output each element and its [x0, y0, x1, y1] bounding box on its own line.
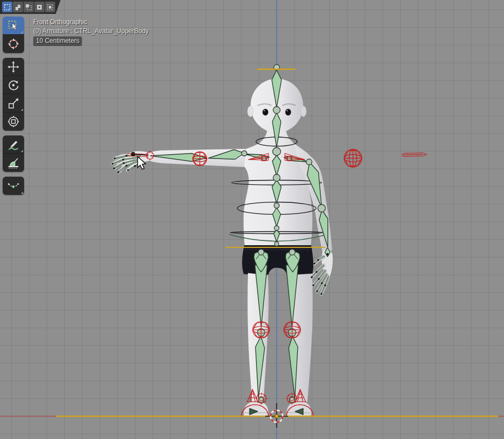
select-mode-extend-button[interactable] [13, 2, 23, 12]
ear-right [300, 106, 306, 117]
select-intersect-icon [47, 4, 54, 11]
select-mode-invert-button[interactable] [34, 2, 44, 12]
select-invert-icon [36, 4, 43, 11]
move-tool-button[interactable] [3, 58, 24, 76]
rotate-tool-button[interactable] [3, 76, 24, 94]
hand-joint-right[interactable] [326, 253, 328, 255]
blender-3d-viewport[interactable]: { "viewport": { "view_name": "Front Orth… [0, 0, 504, 439]
select-mode-subtract-button[interactable] [24, 2, 34, 12]
select-mode-intersect-button[interactable] [45, 2, 55, 12]
select-set-icon [4, 4, 11, 11]
knee-sphere-right [284, 322, 300, 338]
shoe-left [244, 401, 268, 417]
view-name-label: Front Orthographic [33, 18, 149, 27]
cursor-tool-button[interactable] [3, 35, 24, 53]
select-mode-bar [0, 0, 61, 14]
select-mode-set-button[interactable] [2, 2, 12, 12]
pose-breakdowner-tool-button[interactable] [3, 177, 24, 195]
measure-tool-button[interactable] [3, 154, 24, 172]
transform-tool-icon [7, 115, 20, 128]
shoe-right [287, 401, 311, 417]
rotate-tool-icon [7, 79, 20, 92]
measure-tool-icon [7, 156, 20, 169]
select-subtract-icon [25, 4, 32, 11]
scale-tool-button[interactable] [3, 94, 24, 112]
tool-shelf [3, 17, 24, 200]
ik-target-sphere [344, 149, 362, 167]
cursor-tool-icon [7, 37, 20, 50]
root-bone-head [275, 414, 279, 418]
tweak-select-icon [7, 19, 20, 32]
hand-joint-left[interactable] [131, 152, 136, 156]
ear-left [247, 106, 253, 117]
annotate-tool-icon [7, 138, 20, 151]
pose-breakdowner-icon [7, 179, 20, 192]
scale-tool-icon [7, 97, 20, 110]
annotate-tool-button[interactable] [3, 135, 24, 154]
viewport-canvas[interactable] [0, 0, 504, 439]
select-extend-icon [14, 4, 21, 11]
tweak-select-tool-button[interactable] [3, 17, 24, 35]
active-object-label: (0) Armature : CTRL_Avatar_UpperBody [33, 27, 149, 36]
viewport-info-text: Front Orthographic (0) Armature : CTRL_A… [33, 18, 149, 46]
transform-tool-button[interactable] [3, 112, 24, 131]
elbow-ik-sphere [193, 152, 207, 166]
pole-blade-control [402, 153, 427, 157]
move-tool-icon [7, 60, 20, 73]
knee-sphere-left [253, 322, 269, 338]
grid-scale-label: 10 Centimeters [33, 36, 82, 46]
